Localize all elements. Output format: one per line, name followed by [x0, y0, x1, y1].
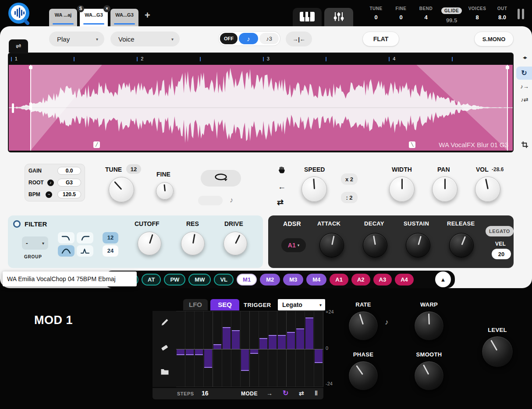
- preset-tab-2[interactable]: WA...G3 S ×: [80, 9, 108, 27]
- decay-knob[interactable]: [363, 233, 387, 257]
- level-knob[interactable]: [482, 336, 513, 367]
- slope-24-button[interactable]: 24: [103, 245, 118, 257]
- res-knob[interactable]: [181, 232, 205, 255]
- highpass-filter-button[interactable]: [77, 232, 93, 243]
- pan-arrows-icon[interactable]: ◂▸: [518, 54, 531, 60]
- seq-step[interactable]: [259, 311, 268, 387]
- seq-step[interactable]: [268, 311, 277, 387]
- mod-pill-a4[interactable]: A4: [395, 274, 414, 286]
- filter-enable-toggle[interactable]: [13, 220, 21, 228]
- bandpass-filter-button[interactable]: [58, 245, 74, 257]
- stereo-mono-button[interactable]: S.MONO: [474, 32, 514, 46]
- mod-pill-m2[interactable]: M2: [260, 274, 280, 286]
- lowpass-filter-button[interactable]: [58, 232, 74, 243]
- preset-tab-3[interactable]: WA...G3: [110, 9, 138, 27]
- loop-length-pill[interactable]: [198, 196, 223, 205]
- seq-step[interactable]: [195, 311, 204, 387]
- mod-pill-mw[interactable]: MW: [188, 274, 211, 286]
- timeline-ruler[interactable]: 1 2 3 4: [9, 53, 513, 65]
- vel-value[interactable]: 20: [492, 249, 511, 259]
- param-fine[interactable]: FINE 0: [391, 6, 411, 24]
- tab-seq[interactable]: SEQ: [210, 299, 239, 310]
- speed-multiply-button[interactable]: x 2: [341, 173, 358, 185]
- solo-badge[interactable]: S: [77, 5, 84, 12]
- grid-note-button[interactable]: ♪: [239, 33, 258, 44]
- width-knob[interactable]: [389, 176, 415, 202]
- loop-mode-tab[interactable]: ⇌: [9, 39, 28, 53]
- mod-pill-a2[interactable]: A2: [351, 274, 370, 286]
- param-tune[interactable]: TUNE 0: [366, 6, 386, 24]
- fine-knob[interactable]: [156, 182, 174, 200]
- trigger-dropdown[interactable]: Legato ▾: [278, 299, 325, 310]
- crop-icon[interactable]: [518, 141, 531, 150]
- mode-loop-icon[interactable]: ↻: [283, 389, 288, 397]
- seq-step[interactable]: [287, 311, 296, 387]
- step-sequencer-graph[interactable]: [176, 311, 323, 387]
- mode-pingpong-icon[interactable]: ⇄: [299, 390, 304, 397]
- arrow-left-icon[interactable]: ←: [278, 182, 286, 191]
- volume-knob[interactable]: [475, 176, 500, 202]
- gain-row[interactable]: GAIN 0.0: [28, 167, 81, 175]
- seq-step[interactable]: [231, 311, 241, 387]
- stretch-note-icon[interactable]: ♪⇄: [518, 96, 531, 103]
- tune-value[interactable]: 12: [126, 164, 141, 174]
- bpm-row[interactable]: BPM ~ 120.5: [28, 190, 81, 198]
- root-row[interactable]: ROOT ♪ G3: [28, 179, 81, 187]
- param-bend[interactable]: BEND 4: [416, 6, 436, 24]
- seq-step[interactable]: [176, 311, 185, 387]
- seq-step[interactable]: [250, 311, 259, 387]
- speed-knob[interactable]: [301, 176, 327, 202]
- adsr-preset-dropdown[interactable]: A1 ▾: [281, 238, 306, 252]
- mode-hold-icon[interactable]: ‖: [315, 390, 318, 397]
- end-marker-handle[interactable]: [506, 66, 509, 69]
- sustain-knob[interactable]: [406, 233, 430, 257]
- tab-keyboard[interactable]: [293, 8, 322, 27]
- folder-icon[interactable]: [159, 368, 171, 377]
- gain-value[interactable]: 0.0: [57, 167, 81, 175]
- rate-knob[interactable]: [348, 311, 378, 341]
- shuffle-icon[interactable]: ⇄: [277, 197, 284, 207]
- seq-step[interactable]: [241, 311, 250, 387]
- tune-knob[interactable]: [109, 177, 134, 202]
- speed-divide-button[interactable]: : 2: [341, 192, 358, 203]
- bpm-value[interactable]: 120.5: [57, 190, 81, 198]
- mod-pill-vl[interactable]: VL: [214, 274, 234, 286]
- mode-forward-icon[interactable]: →: [266, 390, 273, 397]
- notch-filter-button[interactable]: [77, 245, 93, 257]
- mod-pill-m1[interactable]: M1: [237, 274, 257, 286]
- hand-icon[interactable]: [278, 166, 286, 176]
- root-value[interactable]: G3: [57, 179, 81, 187]
- loop-edge-handle[interactable]: [12, 103, 14, 113]
- warp-knob[interactable]: [414, 311, 444, 341]
- eraser-tool-icon[interactable]: [159, 343, 171, 353]
- seq-step[interactable]: [185, 311, 195, 387]
- param-glide[interactable]: GLIDE 99.5: [441, 6, 462, 24]
- seq-step[interactable]: [296, 311, 305, 387]
- param-voices[interactable]: VOICES 8: [468, 6, 487, 24]
- fade-out-handle[interactable]: ╲: [409, 141, 415, 148]
- fade-in-handle[interactable]: ╱: [93, 141, 100, 148]
- tab-mixer[interactable]: [324, 8, 353, 27]
- smooth-knob[interactable]: [414, 361, 444, 391]
- seq-step[interactable]: [314, 311, 323, 387]
- start-marker-mid-handle[interactable]: [29, 102, 32, 110]
- legato-button[interactable]: LEGATO: [486, 226, 514, 236]
- cutoff-knob[interactable]: [138, 232, 161, 255]
- collapse-up-button[interactable]: ▲: [435, 271, 451, 287]
- start-marker-handle[interactable]: [29, 66, 32, 69]
- preset-tab-1[interactable]: WA ...aj: [49, 9, 77, 27]
- loop-playback-button[interactable]: [201, 170, 241, 187]
- pan-knob[interactable]: [432, 176, 458, 202]
- tab-lfo[interactable]: LFO: [183, 299, 208, 310]
- release-knob[interactable]: [449, 233, 474, 257]
- mod-pill-at[interactable]: AT: [142, 274, 161, 286]
- phase-knob[interactable]: [348, 361, 378, 391]
- pitch-note-icon[interactable]: ♪→: [518, 83, 531, 90]
- grid-triplet-button[interactable]: ♪3: [259, 33, 279, 44]
- flat-button[interactable]: FLAT: [362, 32, 399, 46]
- snap-button[interactable]: →|←: [286, 32, 312, 46]
- drive-knob[interactable]: [223, 232, 247, 255]
- seq-step[interactable]: [305, 311, 314, 387]
- loop-edit-icon[interactable]: ↻: [516, 67, 532, 80]
- mod-pill-m3[interactable]: M3: [283, 274, 303, 286]
